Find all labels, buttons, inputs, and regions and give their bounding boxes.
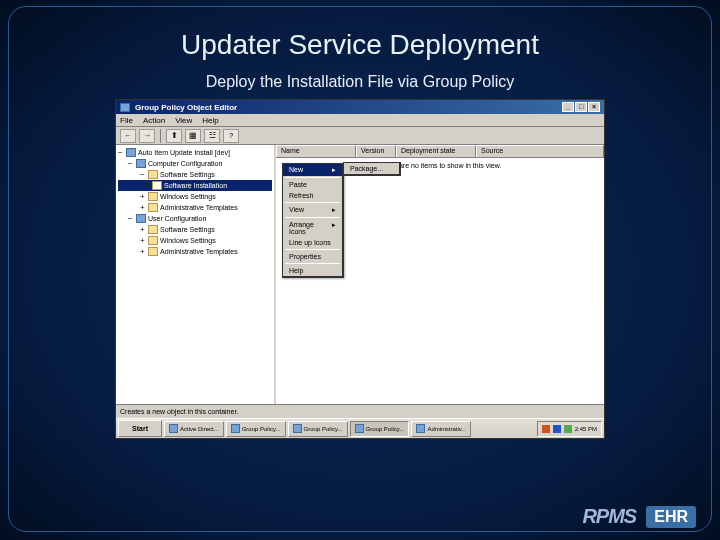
list-header: Name Version Deployment state Source	[276, 145, 604, 158]
expand-icon[interactable]: +	[140, 192, 148, 201]
back-icon[interactable]: ←	[120, 129, 136, 143]
separator	[285, 202, 340, 203]
col-name[interactable]: Name	[276, 145, 356, 157]
user-icon	[136, 214, 146, 223]
tree-item-windows-settings-2[interactable]: + Windows Settings	[118, 235, 272, 246]
tray-icon[interactable]	[553, 425, 561, 433]
ctx-help[interactable]: Help	[283, 265, 342, 276]
expand-icon[interactable]: +	[140, 236, 148, 245]
ctx-arrange[interactable]: Arrange Icons▸	[283, 219, 342, 237]
system-tray[interactable]: 2:45 PM	[537, 421, 602, 437]
submenu-new: Package...	[343, 162, 401, 176]
ctx-view[interactable]: View▸	[283, 204, 342, 216]
window-title: Group Policy Object Editor	[135, 103, 237, 112]
ehr-logo: EHR	[646, 506, 696, 528]
expand-icon[interactable]: +	[140, 247, 148, 256]
tree-item-software-settings[interactable]: − Software Settings	[118, 169, 272, 180]
separator	[285, 217, 340, 218]
app-icon	[120, 103, 130, 112]
col-version[interactable]: Version	[356, 145, 396, 157]
status-text: Creates a new object in this container.	[120, 408, 238, 415]
submenu-arrow-icon: ▸	[332, 206, 336, 214]
separator	[285, 249, 340, 250]
folder-icon	[148, 225, 158, 234]
col-source[interactable]: Source	[476, 145, 604, 157]
computer-icon	[136, 159, 146, 168]
properties-icon[interactable]: ☳	[204, 129, 220, 143]
context-menu: New▸ Paste Refresh View▸ Arrange Icons▸ …	[282, 163, 344, 278]
menu-action[interactable]: Action	[143, 116, 165, 125]
tree-label: User Configuration	[148, 215, 206, 222]
tray-icon[interactable]	[564, 425, 572, 433]
rpms-logo: RPMS	[582, 505, 636, 528]
tree-label: Administrative Templates	[160, 248, 238, 255]
ctx-lineup[interactable]: Line up Icons	[283, 237, 342, 248]
window-titlebar[interactable]: Group Policy Object Editor _ □ ×	[116, 100, 604, 114]
ctx-paste[interactable]: Paste	[283, 179, 342, 190]
ctx-package[interactable]: Package...	[344, 163, 399, 174]
package-icon	[152, 181, 162, 190]
tree-root-label: Auto Item Update Install [dev]	[138, 149, 230, 156]
tree-item-windows-settings[interactable]: + Windows Settings	[118, 191, 272, 202]
menu-view[interactable]: View	[175, 116, 192, 125]
up-icon[interactable]: ⬆	[166, 129, 182, 143]
task-button-active[interactable]: Group Policy...	[350, 421, 410, 437]
tree-item-admin-templates[interactable]: + Administrative Templates	[118, 202, 272, 213]
app-icon	[416, 424, 425, 433]
collapse-icon[interactable]: −	[140, 170, 148, 179]
task-button[interactable]: Administrativ...	[411, 421, 471, 437]
tree-item-software-installation[interactable]: Software Installation	[118, 180, 272, 191]
tree-label: Software Settings	[160, 171, 215, 178]
tree-label: Computer Configuration	[148, 160, 222, 167]
menu-file[interactable]: File	[120, 116, 133, 125]
list-pane[interactable]: Name Version Deployment state Source The…	[276, 145, 604, 404]
app-icon	[231, 424, 240, 433]
separator	[285, 177, 340, 178]
folder-icon	[148, 236, 158, 245]
ctx-properties[interactable]: Properties	[283, 251, 342, 262]
col-deployment[interactable]: Deployment state	[396, 145, 476, 157]
ctx-new[interactable]: New▸	[283, 164, 342, 176]
folder-icon	[148, 247, 158, 256]
tree-label: Software Installation	[164, 182, 227, 189]
tree-computer-config[interactable]: − Computer Configuration	[118, 158, 272, 169]
tree-label: Software Settings	[160, 226, 215, 233]
taskbar: Start Active Direct... Group Policy... G…	[116, 418, 604, 438]
app-icon	[169, 424, 178, 433]
slide-title: Updater Service Deployment	[9, 7, 711, 61]
slide-subtitle: Deploy the Installation File via Group P…	[9, 73, 711, 91]
app-icon	[293, 424, 302, 433]
tray-icon[interactable]	[542, 425, 550, 433]
expand-icon[interactable]: +	[140, 225, 148, 234]
close-button[interactable]: ×	[588, 102, 600, 112]
folder-icon[interactable]: ▦	[185, 129, 201, 143]
tree-pane[interactable]: − Auto Item Update Install [dev] − Compu…	[116, 145, 276, 404]
expand-icon[interactable]: +	[140, 203, 148, 212]
tray-clock: 2:45 PM	[575, 426, 597, 432]
start-button[interactable]: Start	[118, 420, 162, 437]
tree-item-admin-templates-2[interactable]: + Administrative Templates	[118, 246, 272, 257]
tree-user-config[interactable]: − User Configuration	[118, 213, 272, 224]
gpo-editor-window: Group Policy Object Editor _ □ × File Ac…	[115, 99, 605, 439]
tree-root[interactable]: − Auto Item Update Install [dev]	[118, 147, 272, 158]
folder-icon	[148, 170, 158, 179]
task-button[interactable]: Group Policy...	[226, 421, 286, 437]
menu-help[interactable]: Help	[202, 116, 218, 125]
collapse-icon[interactable]: −	[128, 159, 136, 168]
separator	[160, 129, 161, 143]
refresh-icon[interactable]: ?	[223, 129, 239, 143]
collapse-icon[interactable]: −	[128, 214, 136, 223]
statusbar: Creates a new object in this container.	[116, 404, 604, 418]
tree-label: Windows Settings	[160, 193, 216, 200]
tree-label: Windows Settings	[160, 237, 216, 244]
forward-icon[interactable]: →	[139, 129, 155, 143]
submenu-arrow-icon: ▸	[332, 166, 336, 174]
ctx-refresh[interactable]: Refresh	[283, 190, 342, 201]
minimize-button[interactable]: _	[562, 102, 574, 112]
task-button[interactable]: Active Direct...	[164, 421, 224, 437]
task-button[interactable]: Group Policy...	[288, 421, 348, 437]
folder-icon	[148, 203, 158, 212]
maximize-button[interactable]: □	[575, 102, 587, 112]
collapse-icon[interactable]: −	[118, 148, 126, 157]
tree-item-software-settings-2[interactable]: + Software Settings	[118, 224, 272, 235]
